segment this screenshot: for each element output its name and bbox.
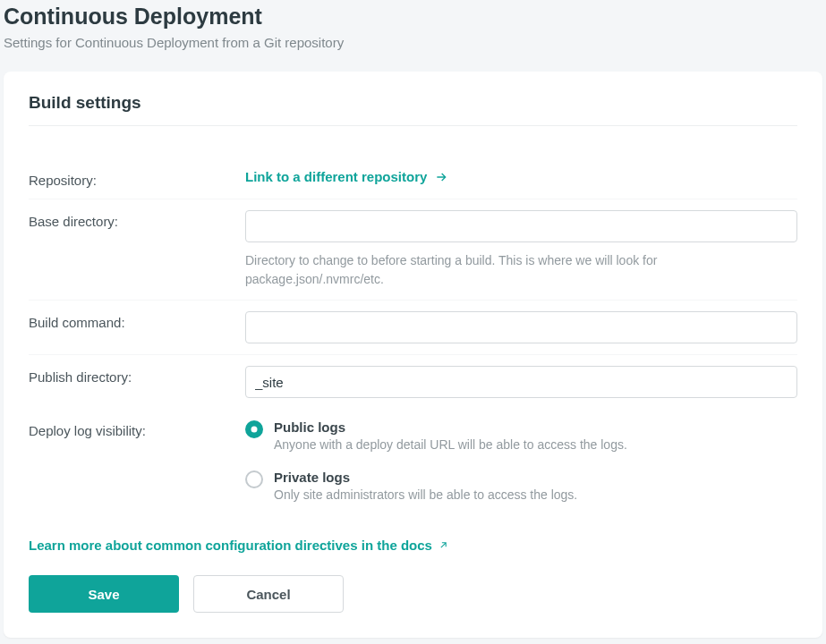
label-build-command: Build command: bbox=[29, 311, 245, 330]
radio-indicator-public bbox=[245, 420, 263, 438]
input-build-command[interactable] bbox=[245, 311, 797, 343]
row-build-command: Build command: bbox=[29, 300, 797, 354]
actions-row: Save Cancel bbox=[29, 575, 797, 613]
input-base-directory[interactable] bbox=[245, 210, 797, 242]
row-log-visibility: Deploy log visibility: Public logs Anyon… bbox=[29, 409, 797, 513]
help-base-directory: Directory to change to before starting a… bbox=[245, 251, 797, 289]
card-title: Build settings bbox=[29, 93, 797, 126]
radio-title-public: Public logs bbox=[274, 419, 797, 435]
link-different-repository[interactable]: Link to a different repository bbox=[245, 169, 448, 184]
radio-title-private: Private logs bbox=[274, 470, 797, 485]
radio-indicator-private bbox=[245, 470, 263, 488]
radio-private-logs[interactable]: Private logs Only site administrators wi… bbox=[245, 470, 797, 502]
radio-desc-public: Anyone with a deploy detail URL will be … bbox=[274, 437, 797, 452]
page-title: Continuous Deployment bbox=[4, 4, 822, 30]
docs-link-text: Learn more about common configuration di… bbox=[29, 538, 432, 553]
radio-desc-private: Only site administrators will be able to… bbox=[274, 487, 797, 502]
row-repository: Repository: Link to a different reposito… bbox=[29, 158, 797, 199]
row-publish-directory: Publish directory: bbox=[29, 354, 797, 409]
row-base-directory: Base directory: Directory to change to b… bbox=[29, 199, 797, 300]
link-text: Link to a different repository bbox=[245, 169, 427, 184]
docs-link[interactable]: Learn more about common configuration di… bbox=[29, 538, 449, 553]
label-repository: Repository: bbox=[29, 169, 245, 188]
label-base-directory: Base directory: bbox=[29, 210, 245, 229]
arrow-right-icon bbox=[434, 170, 448, 184]
page-subtitle: Settings for Continuous Deployment from … bbox=[4, 35, 822, 50]
radio-group-log-visibility: Public logs Anyone with a deploy detail … bbox=[245, 419, 797, 502]
label-publish-directory: Publish directory: bbox=[29, 366, 245, 385]
input-publish-directory[interactable] bbox=[245, 366, 797, 398]
external-link-icon bbox=[438, 539, 449, 551]
build-settings-card: Build settings Repository: Link to a dif… bbox=[4, 72, 822, 638]
cancel-button[interactable]: Cancel bbox=[193, 575, 344, 613]
radio-public-logs[interactable]: Public logs Anyone with a deploy detail … bbox=[245, 419, 797, 452]
save-button[interactable]: Save bbox=[29, 575, 179, 613]
label-log-visibility: Deploy log visibility: bbox=[29, 419, 245, 438]
